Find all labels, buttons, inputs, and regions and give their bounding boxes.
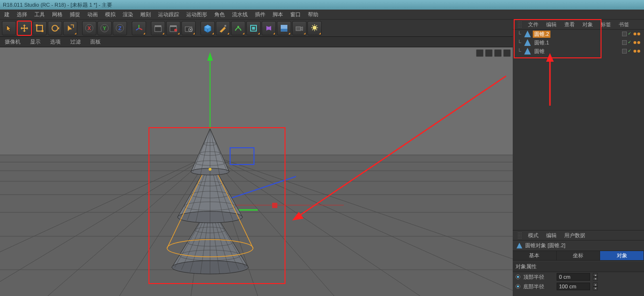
- attr-btn-对象[interactable]: 对象: [600, 251, 644, 260]
- menu-捕捉[interactable]: 捕捉: [66, 10, 84, 19]
- expand-icon[interactable]: └: [517, 40, 522, 45]
- menu-窗口[interactable]: 窗口: [287, 10, 304, 19]
- object-name-label[interactable]: 圆锥: [533, 48, 546, 55]
- cube-primitive-icon[interactable]: [201, 21, 215, 35]
- object-name-label[interactable]: 圆锥.1: [533, 39, 550, 46]
- attribute-manager: 模式编辑用户数据 圆锥对象 [圆锥.2] 基本坐标对象 对象属性 顶部半径0 c…: [513, 230, 644, 296]
- objmgr-tab-标签[interactable]: 标签: [597, 20, 615, 29]
- light-icon[interactable]: [307, 21, 322, 35]
- number-input[interactable]: 100 cm: [557, 283, 590, 290]
- z-axis-icon[interactable]: Z: [113, 21, 127, 35]
- perspective-viewport[interactable]: [0, 47, 513, 296]
- tag-icon[interactable]: [637, 33, 640, 35]
- attr-tab-用户数据[interactable]: 用户数据: [560, 231, 589, 240]
- tag-icon[interactable]: [637, 41, 640, 44]
- deformer-icon[interactable]: [262, 21, 276, 35]
- object-manager-tree[interactable]: └圆锥.2✓└圆锥.1✓└圆锥✓: [513, 30, 644, 230]
- menu-脚本[interactable]: 脚本: [269, 10, 286, 19]
- svg-point-95: [209, 168, 211, 171]
- objmgr-tab-书签[interactable]: 书签: [615, 20, 633, 29]
- tag-icon[interactable]: [637, 50, 640, 53]
- move-tool-icon[interactable]: [17, 21, 32, 35]
- attr-btn-坐标[interactable]: 坐标: [557, 251, 601, 260]
- vp-orbit-icon[interactable]: [494, 49, 502, 57]
- attr-tab-模式[interactable]: 模式: [524, 231, 542, 240]
- last-tool-icon[interactable]: [63, 21, 77, 35]
- attr-btn-基本[interactable]: 基本: [513, 251, 557, 260]
- svg-text:X: X: [87, 25, 91, 31]
- camera-icon[interactable]: [292, 21, 306, 35]
- window-titlebar: R18.011 Studio (RC - R18) - [未标题 1 *] - …: [0, 0, 644, 10]
- menu-运动跟踪[interactable]: 运动跟踪: [155, 10, 182, 19]
- nurbs-icon[interactable]: [231, 21, 245, 35]
- object-row[interactable]: └圆锥✓: [513, 47, 644, 55]
- generator-icon[interactable]: [246, 21, 261, 35]
- tag-icon[interactable]: [633, 33, 636, 35]
- expand-icon[interactable]: └: [517, 31, 522, 37]
- svg-point-29: [313, 26, 317, 30]
- environment-icon[interactable]: [277, 21, 291, 35]
- radio-icon[interactable]: [516, 284, 520, 289]
- object-row[interactable]: └圆锥.1✓: [513, 38, 644, 47]
- radio-icon[interactable]: [516, 274, 520, 279]
- menu-雕刻[interactable]: 雕刻: [137, 10, 154, 19]
- render-region-icon[interactable]: [166, 21, 180, 35]
- rotate-tool-icon[interactable]: [48, 21, 62, 35]
- pen-tool-icon[interactable]: [216, 21, 230, 35]
- visibility-toggle-icon[interactable]: ✓: [628, 32, 633, 36]
- y-axis-icon[interactable]: Y: [97, 21, 112, 35]
- tag-icon[interactable]: [633, 50, 636, 53]
- menu-网格[interactable]: 网格: [49, 10, 66, 19]
- coord-system-icon[interactable]: [132, 21, 146, 35]
- object-name-label[interactable]: 圆锥.2: [533, 31, 550, 38]
- menu-渲染[interactable]: 渲染: [119, 10, 137, 19]
- menu-流水线[interactable]: 流水线: [229, 10, 251, 19]
- visibility-toggle-icon[interactable]: ✓: [628, 49, 633, 54]
- menu-插件[interactable]: 插件: [252, 10, 269, 19]
- spinner-buttons[interactable]: ▴▾: [593, 283, 598, 290]
- viewport-menu-过滤[interactable]: 过滤: [68, 37, 83, 46]
- expand-icon[interactable]: └: [517, 48, 522, 54]
- object-manager-tabs: 文件编辑查看对象标签书签: [513, 20, 644, 30]
- menu-工具[interactable]: 工具: [31, 10, 48, 19]
- layer-toggle-icon[interactable]: [622, 40, 627, 45]
- menu-建[interactable]: 建: [1, 10, 13, 19]
- svg-point-20: [190, 29, 191, 30]
- vp-zoom-icon[interactable]: [485, 49, 493, 57]
- render-view-icon[interactable]: [151, 21, 165, 35]
- cone-icon: [524, 39, 531, 46]
- x-axis-icon[interactable]: X: [82, 21, 96, 35]
- layer-toggle-icon[interactable]: [622, 32, 627, 36]
- attr-tab-编辑[interactable]: 编辑: [542, 231, 560, 240]
- live-select-icon[interactable]: [2, 21, 16, 35]
- viewport-menu-选项[interactable]: 选项: [48, 37, 63, 46]
- menu-动画[interactable]: 动画: [84, 10, 101, 19]
- number-input[interactable]: 0 cm: [557, 273, 590, 281]
- vp-pan-icon[interactable]: [476, 49, 484, 57]
- scale-tool-icon[interactable]: [32, 21, 47, 35]
- render-settings-icon[interactable]: [181, 21, 196, 35]
- viewport-panel[interactable]: [0, 47, 513, 296]
- svg-rect-16: [170, 25, 177, 27]
- objmgr-tab-编辑[interactable]: 编辑: [542, 20, 560, 29]
- viewport-menu-显示[interactable]: 显示: [28, 37, 42, 46]
- menu-模拟[interactable]: 模拟: [102, 10, 119, 19]
- menu-运动图形[interactable]: 运动图形: [183, 10, 211, 19]
- vp-layout-icon[interactable]: [503, 49, 511, 57]
- objmgr-tab-文件[interactable]: 文件: [524, 20, 542, 29]
- objmgr-tab-查看[interactable]: 查看: [560, 20, 579, 29]
- menu-帮助[interactable]: 帮助: [305, 10, 322, 19]
- menu-选择[interactable]: 选择: [13, 10, 31, 19]
- spinner-buttons[interactable]: ▴▾: [593, 273, 598, 281]
- tag-icon[interactable]: [633, 41, 636, 44]
- viewport-menu-面板[interactable]: 面板: [88, 37, 103, 46]
- viewport-menu-摄像机[interactable]: 摄像机: [3, 37, 22, 46]
- object-row[interactable]: └圆锥.2✓: [513, 30, 644, 38]
- layer-toggle-icon[interactable]: [622, 49, 627, 54]
- objmgr-tab-对象[interactable]: 对象: [579, 20, 597, 29]
- window-title: R18.011 Studio (RC - R18) - [未标题 1 *] - …: [3, 1, 112, 9]
- right-panel: 文件编辑查看对象标签书签 └圆锥.2✓└圆锥.1✓└圆锥✓ 模式编辑用户数据 圆…: [513, 20, 644, 296]
- visibility-toggle-icon[interactable]: ✓: [628, 40, 633, 45]
- attribute-tab-buttons: 基本坐标对象: [513, 251, 644, 261]
- menu-角色[interactable]: 角色: [211, 10, 228, 19]
